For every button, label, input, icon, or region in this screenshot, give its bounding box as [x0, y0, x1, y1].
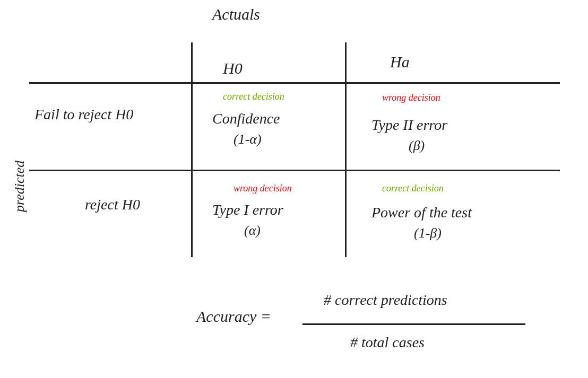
- column-header-ha: Ha: [390, 53, 410, 71]
- grid-line: [29, 170, 560, 171]
- grid-line: [29, 82, 560, 84]
- cell-type2-title: Type II error: [371, 117, 447, 134]
- cell-power-value: (1-β): [414, 225, 442, 241]
- actuals-title: Actuals: [212, 5, 260, 23]
- cell-power-title: Power of the test: [371, 204, 472, 221]
- note-wrong-tr: wrong decision: [382, 92, 440, 103]
- note-wrong-bl: wrong decision: [234, 183, 292, 194]
- predicted-title: predicted: [12, 161, 28, 212]
- cell-type2-value: (β): [409, 138, 425, 154]
- accuracy-label: Accuracy =: [196, 307, 271, 326]
- cell-confidence-value: (1-α): [234, 131, 262, 147]
- accuracy-denominator: # total cases: [350, 334, 425, 351]
- row-header-reject: reject H0: [85, 196, 140, 213]
- fraction-line: [302, 323, 525, 325]
- column-header-h0: H0: [223, 59, 243, 77]
- row-header-fail: Fail to reject H0: [34, 106, 133, 123]
- note-correct-br: correct decision: [382, 183, 444, 194]
- cell-type1-value: (α): [244, 223, 261, 239]
- grid-line: [191, 42, 193, 257]
- grid-line: [345, 42, 347, 257]
- cell-confidence-title: Confidence: [212, 110, 280, 127]
- cell-type1-title: Type I error: [212, 201, 283, 218]
- note-correct-tl: correct decision: [223, 91, 284, 102]
- accuracy-numerator: # correct predictions: [324, 292, 447, 309]
